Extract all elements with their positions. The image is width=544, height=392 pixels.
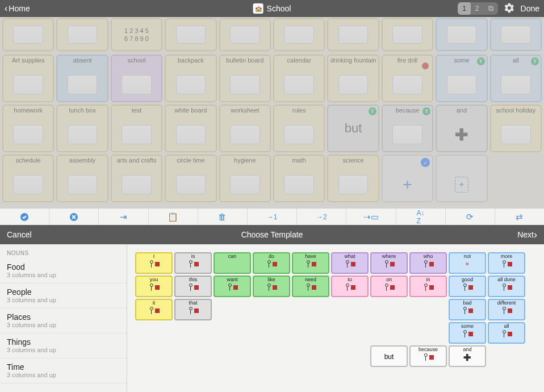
deselect-button[interactable] bbox=[49, 208, 99, 225]
sidebar-item-title: Places bbox=[7, 312, 120, 322]
grid-card-test[interactable]: test bbox=[111, 105, 162, 152]
template-cell-it[interactable]: it bbox=[135, 299, 173, 320]
template-cell-on[interactable]: on bbox=[370, 276, 408, 297]
grid-card-some[interactable]: someT bbox=[436, 55, 487, 102]
top-card-9[interactable] bbox=[490, 18, 542, 51]
grid-card-assembly[interactable]: assembly bbox=[56, 155, 108, 202]
grid-card-white-board[interactable]: white board bbox=[165, 105, 216, 152]
template-cell-not[interactable]: not✕ bbox=[449, 252, 486, 274]
sidebar-item-food[interactable]: Food3 columns and up bbox=[0, 258, 127, 283]
template-cell-all-done[interactable]: all done bbox=[488, 276, 525, 297]
swap-button[interactable]: ⇄ bbox=[495, 208, 544, 225]
template-cell-can[interactable]: can bbox=[214, 252, 251, 274]
template-cell-different[interactable]: different bbox=[488, 299, 525, 320]
grid-card-but[interactable]: butT bbox=[327, 105, 379, 152]
top-card-8[interactable] bbox=[436, 18, 487, 51]
sidebar-item-title: People bbox=[7, 287, 120, 297]
grid-card-28[interactable]: + bbox=[436, 155, 487, 202]
template-cell-you[interactable]: you bbox=[135, 276, 173, 297]
plus-icon: + bbox=[403, 176, 412, 194]
grid-card-all[interactable]: allT bbox=[490, 55, 542, 102]
top-card-7[interactable] bbox=[382, 18, 433, 51]
sidebar-item-time[interactable]: Time3 columns and up bbox=[0, 358, 127, 383]
template-cell-in[interactable]: in bbox=[409, 276, 447, 297]
template-cell-because[interactable]: because bbox=[409, 345, 447, 367]
template-preview[interactable]: Iiscandohavewhatwherewhonot✕moreyouthisw… bbox=[127, 244, 544, 392]
grid-card-backpack[interactable]: backpack bbox=[165, 55, 216, 102]
import-button[interactable]: ⇥ bbox=[99, 208, 148, 225]
sidebar-item-people[interactable]: People3 columns and up bbox=[0, 283, 127, 308]
template-cell-and[interactable]: and✚ bbox=[449, 345, 486, 367]
cancel-button[interactable]: Cancel bbox=[7, 230, 32, 239]
sidebar-item-places[interactable]: Places3 columns and up bbox=[0, 308, 127, 333]
top-card-0[interactable] bbox=[2, 18, 54, 51]
template-cell-but[interactable]: but bbox=[370, 345, 408, 367]
page-switcher[interactable]: 1 2 ⧉ bbox=[458, 2, 497, 15]
top-card-1[interactable] bbox=[56, 18, 108, 51]
grid-card-schedule[interactable]: schedule bbox=[2, 155, 54, 202]
grid-card-homework[interactable]: homework bbox=[2, 105, 54, 152]
grid-card-art-supplies[interactable]: Art supplies bbox=[2, 55, 54, 102]
page-1[interactable]: 1 bbox=[458, 2, 471, 15]
template-cell-want[interactable]: want bbox=[214, 276, 251, 297]
template-cell-bad[interactable]: bad bbox=[449, 299, 486, 320]
archive-icon[interactable]: ⧉ bbox=[484, 2, 498, 15]
top-card-5[interactable] bbox=[273, 18, 325, 51]
template-cell-what[interactable]: what bbox=[331, 252, 369, 274]
top-card-4[interactable] bbox=[219, 18, 271, 51]
template-cell-where[interactable]: where bbox=[370, 252, 408, 274]
grid-card-fire-drill[interactable]: fire drill bbox=[382, 55, 433, 102]
template-cell-need[interactable]: need bbox=[292, 276, 329, 297]
paste-button[interactable]: 📋 bbox=[149, 208, 198, 225]
grid-card-bulletin-board[interactable]: bulletin board bbox=[219, 55, 271, 102]
refresh-button[interactable]: ⟳ bbox=[446, 208, 495, 225]
template-cell-have[interactable]: have bbox=[292, 252, 329, 274]
template-cell-is[interactable]: is bbox=[174, 252, 212, 274]
top-card-6[interactable] bbox=[327, 18, 379, 51]
template-cell-who[interactable]: who bbox=[409, 252, 447, 274]
plus-2-button[interactable]: →2 bbox=[297, 208, 346, 225]
grid-card-math[interactable]: math bbox=[273, 155, 325, 202]
select-all-button[interactable] bbox=[0, 208, 49, 225]
grid-card-drinking-fountain[interactable]: drinking fountain bbox=[327, 55, 379, 102]
grid-card-arts-and-crafts[interactable]: arts and crafts bbox=[111, 155, 162, 202]
template-cell-good[interactable]: good bbox=[449, 276, 486, 297]
grid-card-hygiene[interactable]: hygiene bbox=[219, 155, 271, 202]
template-cell-do[interactable]: do bbox=[253, 252, 290, 274]
grid-card-absent[interactable]: absent bbox=[56, 55, 108, 102]
grid-card-school[interactable]: school bbox=[111, 55, 162, 102]
grid-card-lunch-box[interactable]: lunch box bbox=[56, 105, 108, 152]
grid-card-circle-time[interactable]: circle time bbox=[165, 155, 216, 202]
next-button[interactable]: Next › bbox=[517, 229, 537, 241]
gear-icon[interactable] bbox=[504, 2, 515, 15]
template-cell-to[interactable]: to bbox=[331, 276, 369, 297]
grid-card-science[interactable]: science bbox=[327, 155, 379, 202]
grid-card-school-holiday[interactable]: school holiday bbox=[490, 105, 542, 152]
grid-card-calendar[interactable]: calendar bbox=[273, 55, 325, 102]
template-cell-I[interactable]: I bbox=[135, 252, 173, 274]
grid-card-worksheet[interactable]: worksheet bbox=[219, 105, 271, 152]
open-folder-button[interactable]: ⇢▭ bbox=[346, 208, 396, 225]
template-cell-like[interactable]: like bbox=[253, 276, 290, 297]
badge-t-icon: T bbox=[531, 57, 539, 65]
home-button[interactable]: ‹ Home bbox=[5, 3, 30, 14]
trash-button[interactable]: 🗑 bbox=[198, 208, 248, 225]
template-cell-this[interactable]: this bbox=[174, 276, 212, 297]
sidebar-item-title: Things bbox=[7, 337, 120, 347]
sort-button[interactable]: A↓Z bbox=[396, 208, 446, 225]
done-button[interactable]: Done bbox=[521, 4, 539, 13]
grid-card-27[interactable]: +✓ bbox=[382, 155, 433, 202]
grid-card-because[interactable]: becauseT bbox=[382, 105, 433, 152]
template-cell-more[interactable]: more bbox=[488, 252, 525, 274]
plus-1-button[interactable]: →1 bbox=[248, 208, 297, 225]
grid-card-and[interactable]: and✚ bbox=[436, 105, 487, 152]
grid-card-rules[interactable]: rules bbox=[273, 105, 325, 152]
page-2[interactable]: 2 bbox=[471, 2, 484, 15]
sidebar-item-things[interactable]: Things3 columns and up bbox=[0, 333, 127, 358]
top-card-2[interactable]: 1 2 3 4 5 6 7 8 9 0 bbox=[111, 18, 162, 51]
sidebar-section-header: NOUNS bbox=[0, 244, 127, 258]
template-cell-some[interactable]: some bbox=[449, 322, 486, 344]
top-card-3[interactable] bbox=[165, 18, 216, 51]
template-cell-that[interactable]: that bbox=[174, 299, 212, 320]
template-cell-all[interactable]: all bbox=[488, 322, 525, 344]
